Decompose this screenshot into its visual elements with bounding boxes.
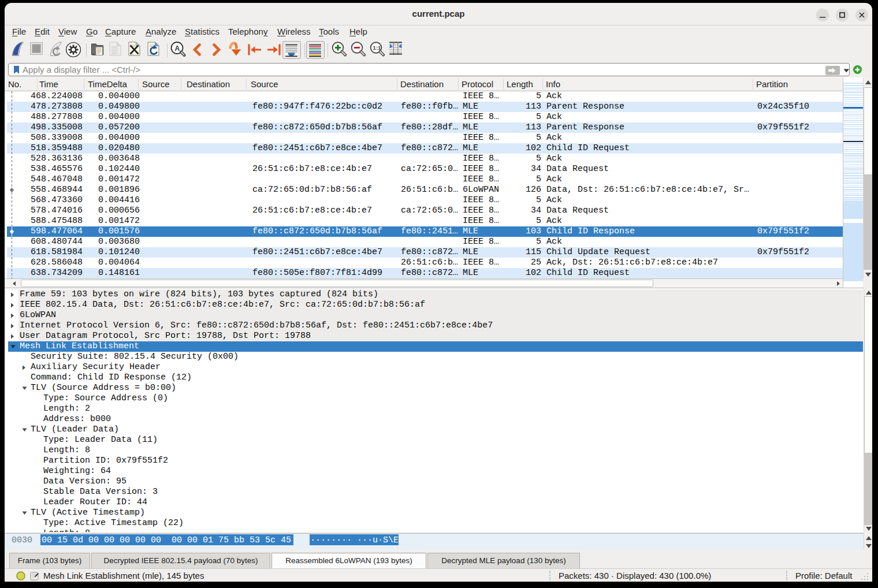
svg-text:A: A <box>175 44 180 53</box>
svg-text:1:1: 1:1 <box>373 44 381 51</box>
svg-text:0011: 0011 <box>111 52 118 55</box>
